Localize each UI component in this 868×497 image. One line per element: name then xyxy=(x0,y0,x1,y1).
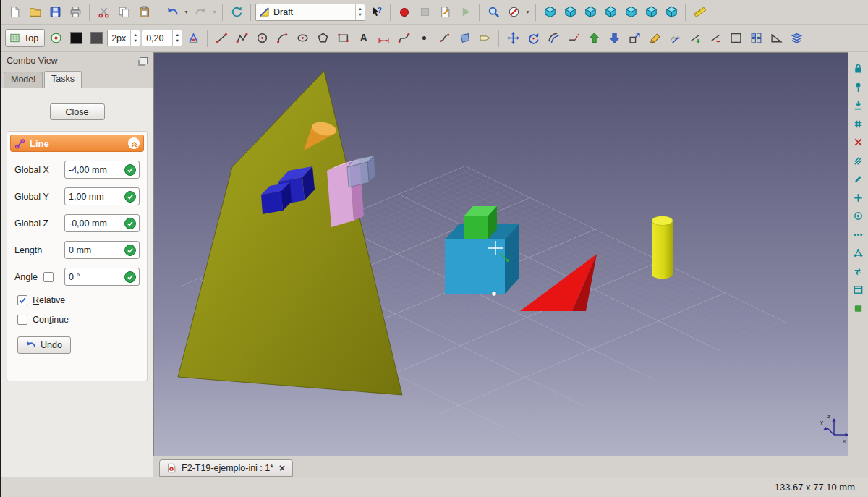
right-toolbar-add-button[interactable] xyxy=(851,190,866,205)
line-width-spinner[interactable]: ▲▼ xyxy=(130,30,140,46)
draft-text-button[interactable] xyxy=(354,29,373,48)
draft-scale-button[interactable] xyxy=(625,29,644,48)
scale-spinner[interactable]: ▲▼ xyxy=(172,30,182,46)
draw-style-button[interactable] xyxy=(504,3,523,22)
view-front-button[interactable] xyxy=(561,3,579,22)
construction-mode-button[interactable] xyxy=(184,29,203,48)
tab-tasks[interactable]: Tasks xyxy=(44,71,82,88)
save-button[interactable] xyxy=(46,3,64,22)
redo-dropdown[interactable]: ▾ xyxy=(211,3,218,22)
paste-button[interactable] xyxy=(135,3,153,22)
draft-arc-button[interactable] xyxy=(273,29,292,48)
draft-edit-button[interactable] xyxy=(645,29,664,48)
draft-shape2dview-button[interactable] xyxy=(726,29,745,48)
fit-all-button[interactable] xyxy=(484,3,503,22)
draft-line-button[interactable] xyxy=(212,29,231,48)
right-toolbar-window-button[interactable] xyxy=(851,282,866,297)
cut-button[interactable] xyxy=(94,3,113,22)
line-color-swatch[interactable] xyxy=(67,29,85,48)
draft-add-point-button[interactable] xyxy=(686,29,705,48)
draft-rectangle-button[interactable] xyxy=(333,29,352,48)
draw-style-dropdown[interactable]: ▾ xyxy=(524,3,531,22)
line-width-spinbox[interactable]: 2px ▲▼ xyxy=(107,30,140,46)
tab-model[interactable]: Model xyxy=(4,72,43,88)
view-bottom-button[interactable] xyxy=(642,3,660,22)
draft-rotate-button[interactable] xyxy=(524,29,542,48)
right-toolbar-more-button[interactable] xyxy=(851,227,866,242)
global-z-input[interactable]: -0,00 mm xyxy=(64,214,140,232)
document-tab[interactable]: F2-T19-ejemplo-ini : 1* xyxy=(159,459,293,477)
draft-layer-button[interactable] xyxy=(787,29,806,48)
workbench-selector[interactable]: Draft ▲▼ xyxy=(255,4,365,21)
draft-polyline-button[interactable] xyxy=(232,29,251,48)
draft-dimension-button[interactable] xyxy=(374,29,393,48)
right-toolbar-snap-to-line-button[interactable] xyxy=(851,98,866,113)
global-y-input[interactable]: 1,00 mm xyxy=(64,187,140,205)
snap-toggle-button[interactable] xyxy=(46,29,65,48)
global-x-input[interactable]: -4,00 mm xyxy=(64,161,140,179)
yellow-cylinder[interactable] xyxy=(652,216,673,279)
right-toolbar-lock-button[interactable] xyxy=(851,61,866,76)
right-toolbar-swap-button[interactable] xyxy=(851,264,866,279)
3d-viewport[interactable]: z Y x xyxy=(153,52,848,456)
collapse-icon[interactable] xyxy=(128,137,140,149)
angle-checkbox[interactable] xyxy=(43,272,54,282)
view-rear-button[interactable] xyxy=(621,3,640,22)
macro-play-button[interactable] xyxy=(456,3,475,22)
continue-checkbox[interactable] xyxy=(17,315,27,325)
scale-spinbox[interactable]: 0,20 ▲▼ xyxy=(142,30,182,46)
right-toolbar-grid-button[interactable] xyxy=(851,116,866,132)
measure-distance-button[interactable] xyxy=(690,3,709,22)
right-toolbar-edit-button[interactable] xyxy=(851,171,866,187)
task-header[interactable]: Line xyxy=(10,135,144,152)
undo-button[interactable] xyxy=(163,3,182,22)
draft-wire-to-bspline-button[interactable] xyxy=(665,29,684,48)
draft-bspline-button[interactable] xyxy=(394,29,413,48)
draft-label-button[interactable] xyxy=(475,29,494,48)
draft-upgrade-button[interactable] xyxy=(584,29,603,48)
draft-polygon-button[interactable] xyxy=(313,29,332,48)
right-toolbar-hatch-button[interactable] xyxy=(851,153,866,169)
draft-array-button[interactable] xyxy=(746,29,765,48)
draft-offset-button[interactable] xyxy=(544,29,563,48)
green-cube[interactable] xyxy=(464,206,497,239)
right-toolbar-nodes-button[interactable] xyxy=(851,245,866,260)
close-button[interactable]: Close xyxy=(50,103,105,120)
view-isometric-button[interactable] xyxy=(540,3,559,22)
view-left-button[interactable] xyxy=(662,3,681,22)
length-input[interactable]: 0 mm xyxy=(64,241,140,259)
right-toolbar-clear-button[interactable] xyxy=(851,135,866,150)
right-toolbar-target-button[interactable] xyxy=(851,208,866,224)
refresh-button[interactable] xyxy=(227,3,246,22)
macro-record-button[interactable] xyxy=(395,3,414,22)
relative-checkbox[interactable] xyxy=(17,295,27,305)
undo-dropdown[interactable]: ▾ xyxy=(183,3,190,22)
draft-slope-button[interactable] xyxy=(767,29,786,48)
right-toolbar-pin-button[interactable] xyxy=(851,80,866,95)
draft-downgrade-button[interactable] xyxy=(605,29,624,48)
macro-edit-button[interactable] xyxy=(435,3,454,22)
draft-circle-button[interactable] xyxy=(252,29,271,48)
face-color-swatch[interactable] xyxy=(87,29,106,48)
draft-move-button[interactable] xyxy=(503,29,522,48)
draft-remove-point-button[interactable] xyxy=(706,29,725,48)
working-plane-button[interactable]: Top xyxy=(5,29,45,47)
copy-button[interactable] xyxy=(114,3,133,22)
draft-point-button[interactable] xyxy=(414,29,433,48)
close-tab-icon[interactable] xyxy=(278,464,286,472)
angle-input[interactable]: 0 ° xyxy=(64,268,140,286)
open-document-button[interactable] xyxy=(25,3,44,22)
print-button[interactable] xyxy=(66,3,85,22)
macro-stop-button[interactable] xyxy=(415,3,434,22)
whats-this-button[interactable] xyxy=(367,3,386,22)
redo-button[interactable] xyxy=(191,3,210,22)
workbench-selector-spinner[interactable]: ▲▼ xyxy=(355,4,365,20)
draft-trim-button[interactable] xyxy=(564,29,583,48)
draft-bezier-button[interactable] xyxy=(435,29,454,48)
right-toolbar-plane-proxy-button[interactable] xyxy=(851,301,866,316)
view-top-button[interactable] xyxy=(581,3,600,22)
draft-facebinder-button[interactable] xyxy=(455,29,474,48)
new-document-button[interactable] xyxy=(5,3,24,22)
draft-ellipse-button[interactable] xyxy=(293,29,312,48)
view-right-button[interactable] xyxy=(601,3,620,22)
